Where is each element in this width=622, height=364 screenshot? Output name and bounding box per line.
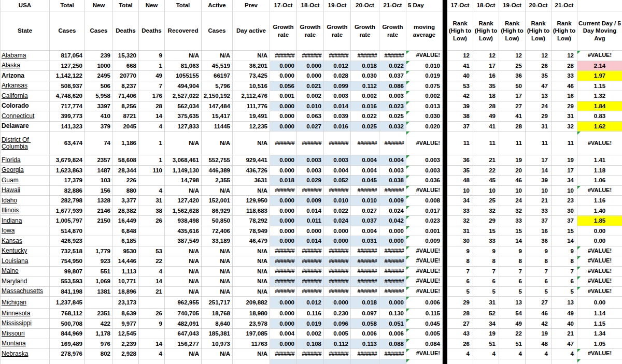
cell-rank-18oct[interactable]: 33 [473,236,499,246]
cell-rank-21oct[interactable]: 30 [552,206,577,216]
cell-total-cases[interactable]: 282,798 [50,196,85,206]
cell-new-deaths[interactable]: 53 [139,246,165,257]
cell-total-recovered[interactable]: 387,549 [165,236,202,246]
cell-growth-19oct[interactable]: 0.010 [324,196,351,206]
cell-5day-moving-avg[interactable]: 0.005 [406,329,443,339]
cell-current-vs-5day-avg[interactable]: 1.18 [577,166,622,176]
cell-rank-19oct[interactable]: 9 [499,246,526,257]
cell-rank-20oct[interactable]: 7 [526,267,552,277]
cell-growth-18oct[interactable]: 0.014 [297,206,324,216]
cell-growth-21oct[interactable]: 0.032 [379,122,406,132]
header-growth-20oct[interactable]: 20-Oct [351,0,379,11]
cell-rank-19oct[interactable]: 54 [499,309,526,319]
cell-total-recovered[interactable]: N/A [165,267,202,277]
cell-state[interactable]: Guam [1,176,50,186]
cell-rank-19oct[interactable]: 4 [499,349,526,359]
cell-rank-17oct[interactable]: 42 [447,91,473,101]
cell-growth-18oct[interactable]: 0.019 [297,319,324,329]
header-rank-19oct[interactable]: 19-Oct [499,0,526,11]
cell-growth-19oct[interactable]: ####### [324,349,351,359]
cell-state[interactable]: Idaho [1,196,50,206]
cell-rank-17oct[interactable]: 8 [447,256,473,267]
header-prev-day-active[interactable]: Day active [233,11,270,51]
cell-total-deaths[interactable]: 20770 [113,71,139,81]
header-new-deaths[interactable]: Deaths [139,11,165,51]
cell-total-cases[interactable]: 1,005,797 [50,216,85,226]
cell-total-cases[interactable]: 4,748,620 [50,91,85,101]
cell-growth-17oct[interactable]: 0.000 [270,216,297,226]
cell-growth-18oct[interactable]: 0.002 [297,91,324,101]
cell-growth-21oct[interactable]: ####### [379,267,406,277]
cell-rank-20oct[interactable]: 36 [526,236,552,246]
cell-new-cases[interactable]: 551 [85,267,113,277]
cell-total-deaths[interactable]: 880 [113,186,139,196]
cell-new-deaths[interactable]: 4 [139,349,165,359]
cell-growth-17oct[interactable]: 0.000 [270,61,297,71]
header-rank-21oct[interactable]: Rank (High to Low) [552,11,577,51]
cell-total-recovered[interactable]: N/A [165,276,202,287]
cell-rank-18oct[interactable]: 22 [473,166,499,176]
cell-growth-19oct[interactable] [324,359,351,364]
cell-growth-21oct[interactable]: 0.088 [379,339,406,350]
cell-growth-19oct[interactable]: 0.016 [324,122,351,132]
cell-growth-17oct[interactable]: ####### [270,276,297,287]
cell-new-cases[interactable]: 103 [85,176,113,186]
cell-growth-20oct[interactable]: 0.037 [351,216,379,226]
cell-total-recovered[interactable]: 2,527,022 [165,91,202,101]
cell-growth-18oct[interactable]: 0.116 [297,309,324,319]
cell-total-deaths[interactable]: 2,928 [113,349,139,359]
cell-growth-18oct[interactable]: 0.003 [297,166,324,176]
cell-total-cases[interactable]: 844,969 [50,329,85,339]
cell-prev-day-active[interactable]: 46,479 [233,236,270,246]
cell-growth-18oct[interactable]: ####### [297,256,324,267]
cell-rank-17oct[interactable]: 38 [447,111,473,122]
cell-current-vs-5day-avg[interactable]: 1.15 [577,81,622,92]
cell-rank-19oct[interactable]: 50 [499,81,526,92]
cell-rank-20oct[interactable]: 6 [526,276,552,287]
header-new-cases[interactable]: New [85,0,113,11]
cell-rank-19oct[interactable]: 24 [499,196,526,206]
cell-growth-17oct[interactable]: 0.000 [270,309,297,319]
cell-rank-21oct[interactable]: 4 [552,349,577,359]
cell-growth-21oct[interactable]: 0.000 [379,236,406,246]
cell-prev-day-active[interactable]: 78,949 [233,226,270,237]
cell-state[interactable]: Florida [1,155,50,166]
cell-state[interactable]: California [1,91,50,101]
cell-total-deaths[interactable]: 2045 [113,122,139,132]
cell-rank-21oct[interactable]: 10 [552,186,577,196]
cell-growth-18oct[interactable]: ####### [297,267,324,277]
cell-rank-19oct[interactable]: 11 [499,132,526,155]
cell-growth-18oct[interactable]: ####### [297,287,324,297]
cell-active-cases[interactable]: 251,717 [202,297,233,309]
cell-growth-21oct[interactable]: 0.006 [379,329,406,339]
cell-rank-18oct[interactable] [473,359,499,364]
cell-rank-19oct[interactable]: 15 [499,226,526,237]
cell-growth-17oct[interactable]: 0.000 [270,297,297,309]
cell-state[interactable]: District Of Columbia [1,132,50,155]
cell-growth-19oct[interactable]: 0.003 [324,91,351,101]
cell-active-cases[interactable]: N/A [202,287,233,297]
cell-total-cases[interactable]: 169,489 [50,339,85,350]
cell-rank-21oct[interactable]: 34 [552,176,577,186]
cell-rank-18oct[interactable]: 11 [473,132,499,155]
cell-rank-17oct[interactable]: 12 [447,51,473,61]
cell-prev-day-active[interactable]: 929,441 [233,155,270,166]
header-total-cases[interactable]: Cases [50,11,85,51]
cell-current-vs-5day-avg[interactable]: #VALUE! [577,256,622,267]
cell-growth-19oct[interactable]: ####### [324,51,351,61]
cell-growth-21oct[interactable]: 0.000 [379,297,406,309]
cell-new-deaths[interactable] [139,236,165,246]
cell-rank-21oct[interactable]: 14 [552,236,577,246]
cell-rank-19oct[interactable]: 49 [499,319,526,329]
cell-5day-moving-avg[interactable]: 0.013 [406,101,443,112]
cell-growth-20oct[interactable]: 0.112 [351,81,379,92]
cell-rank-19oct[interactable]: 27 [499,101,526,112]
cell-growth-20oct[interactable]: ####### [351,186,379,196]
cell-rank-17oct[interactable]: 48 [447,176,473,186]
header-rank-21oct[interactable]: 21-Oct [552,0,577,11]
cell-active-cases[interactable]: 552,755 [202,155,233,166]
cell-total-recovered[interactable]: N/A [165,256,202,267]
cell-current-vs-5day-avg[interactable]: #VALUE! [577,287,622,297]
cell-prev-day-active[interactable]: 129,950 [233,196,270,206]
cell-growth-21oct[interactable]: ####### [379,132,406,155]
